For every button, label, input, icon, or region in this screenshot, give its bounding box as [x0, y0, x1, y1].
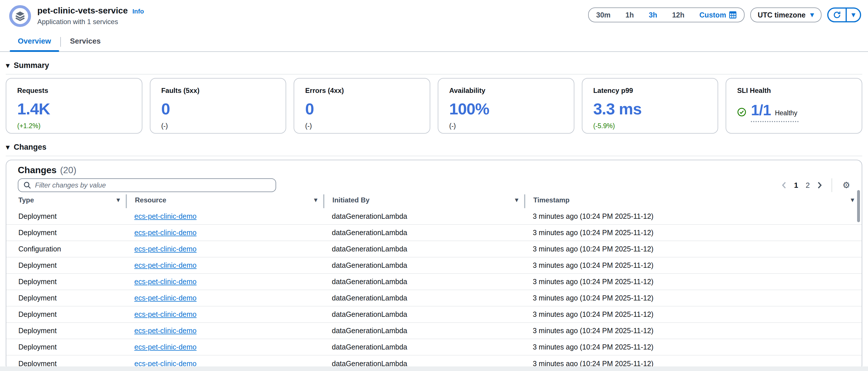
- next-page-button[interactable]: [817, 181, 823, 189]
- column-header-type: Type ▼: [6, 194, 126, 208]
- table-row: Deployment ecs-pet-clinic-demo dataGener…: [6, 323, 862, 339]
- cell-resource: ecs-pet-clinic-demo: [126, 290, 324, 306]
- tab-overview[interactable]: Overview: [10, 32, 59, 51]
- tab-bar: Overview Services: [0, 32, 868, 52]
- header-controls: 30m 1h 3h 12h Custom UTC timezone ▼: [588, 5, 861, 22]
- chevron-down-icon: ▼: [810, 12, 814, 18]
- cell-resource: ecs-pet-clinic-demo: [126, 257, 324, 273]
- table-row: Configuration ecs-pet-clinic-demo dataGe…: [6, 241, 862, 257]
- changes-table-card: Changes (20) 1 2: [6, 160, 862, 371]
- bottom-strip: [0, 366, 868, 371]
- table-row: Deployment ecs-pet-clinic-demo dataGener…: [6, 290, 862, 306]
- cell-initiated-by: dataGenerationLambda: [324, 208, 525, 225]
- cell-type: Deployment: [6, 290, 126, 306]
- chevron-down-icon: ▼: [851, 12, 856, 18]
- resource-link[interactable]: ecs-pet-clinic-demo: [134, 229, 197, 237]
- metric-change: (-): [305, 122, 419, 130]
- changes-table: Type ▼ Resource ▼ Initiated By ▼: [6, 194, 862, 371]
- sli-health-status: Healthy: [775, 109, 797, 117]
- metric-card-latency: Latency p99 3.3 ms (-5.9%): [582, 78, 718, 134]
- changes-section-title: Changes: [14, 143, 46, 152]
- metric-change: (-5.9%): [593, 122, 707, 130]
- cell-timestamp: 3 minutes ago (10:24 PM 2025-11-12): [525, 225, 862, 241]
- changes-table-title: Changes: [18, 165, 57, 175]
- refresh-split-button: ▼: [827, 7, 861, 22]
- cell-type: Deployment: [6, 323, 126, 339]
- resource-link[interactable]: ecs-pet-clinic-demo: [134, 310, 197, 318]
- metric-value: 1.4K: [17, 100, 131, 118]
- summary-section-header[interactable]: ▼ Summary: [6, 61, 862, 70]
- sli-health-popover-trigger[interactable]: 1/1 Healthy: [751, 102, 798, 122]
- cell-type: Deployment: [6, 208, 126, 225]
- changes-count-badge: (20): [60, 165, 76, 175]
- filter-icon[interactable]: ▼: [851, 198, 854, 202]
- resource-link[interactable]: ecs-pet-clinic-demo: [134, 261, 197, 269]
- chevron-left-icon: [781, 181, 786, 189]
- title-block: pet-clinic-vets-service Info Application…: [37, 5, 144, 26]
- cell-timestamp: 3 minutes ago (10:24 PM 2025-11-12): [525, 257, 862, 273]
- column-header-resource: Resource ▼: [126, 194, 324, 208]
- time-range-segmented-control: 30m 1h 3h 12h Custom: [588, 7, 745, 22]
- calendar-grid-icon: [729, 11, 737, 19]
- timezone-dropdown[interactable]: UTC timezone ▼: [750, 7, 822, 22]
- changes-section-header[interactable]: ▼ Changes: [6, 143, 862, 152]
- resource-link[interactable]: ecs-pet-clinic-demo: [134, 212, 197, 220]
- cell-timestamp: 3 minutes ago (10:24 PM 2025-11-12): [525, 290, 862, 306]
- filter-changes-input[interactable]: [35, 181, 270, 189]
- resource-link[interactable]: ecs-pet-clinic-demo: [134, 277, 197, 285]
- tab-separator: [60, 37, 61, 47]
- resource-link[interactable]: ecs-pet-clinic-demo: [134, 327, 197, 335]
- collapse-caret-icon[interactable]: ▼: [6, 145, 10, 150]
- refresh-options-button[interactable]: ▼: [847, 9, 860, 21]
- divider: [832, 178, 832, 192]
- time-range-custom[interactable]: Custom: [692, 8, 744, 22]
- vertical-scrollbar-thumb[interactable]: [857, 190, 860, 222]
- cell-timestamp: 3 minutes ago (10:24 PM 2025-11-12): [525, 208, 862, 225]
- cell-initiated-by: dataGenerationLambda: [324, 339, 525, 355]
- refresh-icon: [833, 11, 841, 19]
- collapse-caret-icon[interactable]: ▼: [6, 63, 10, 68]
- time-range-3h-selected[interactable]: 3h: [641, 8, 664, 22]
- previous-page-button[interactable]: [781, 181, 786, 189]
- cell-initiated-by: dataGenerationLambda: [324, 290, 525, 306]
- info-link[interactable]: Info: [132, 8, 144, 15]
- resource-link[interactable]: ecs-pet-clinic-demo: [134, 343, 197, 351]
- metric-value: 100%: [449, 100, 563, 118]
- cell-initiated-by: dataGenerationLambda: [324, 306, 525, 323]
- time-range-12h[interactable]: 12h: [664, 8, 692, 22]
- metric-label: Faults (5xx): [161, 87, 275, 95]
- metric-label: Latency p99: [593, 87, 707, 95]
- cell-initiated-by: dataGenerationLambda: [324, 257, 525, 273]
- cell-resource: ecs-pet-clinic-demo: [126, 306, 324, 323]
- filter-icon[interactable]: ▼: [117, 198, 120, 202]
- search-icon: [24, 181, 31, 189]
- column-header-initiated-by: Initiated By ▼: [324, 194, 525, 208]
- filter-input-container: [18, 178, 276, 192]
- filter-icon[interactable]: ▼: [314, 198, 317, 202]
- cell-resource: ecs-pet-clinic-demo: [126, 323, 324, 339]
- tab-services[interactable]: Services: [62, 32, 109, 51]
- table-row: Deployment ecs-pet-clinic-demo dataGener…: [6, 339, 862, 355]
- cell-resource: ecs-pet-clinic-demo: [126, 208, 324, 225]
- page-number-2[interactable]: 2: [806, 181, 810, 190]
- metric-label: Errors (4xx): [305, 87, 419, 95]
- cell-timestamp: 3 minutes ago (10:24 PM 2025-11-12): [525, 273, 862, 290]
- cell-initiated-by: dataGenerationLambda: [324, 241, 525, 257]
- resource-link[interactable]: ecs-pet-clinic-demo: [134, 245, 197, 253]
- refresh-button[interactable]: [828, 9, 847, 21]
- filter-icon[interactable]: ▼: [515, 198, 518, 202]
- page-number-1[interactable]: 1: [794, 181, 798, 190]
- cell-initiated-by: dataGenerationLambda: [324, 225, 525, 241]
- time-range-30m[interactable]: 30m: [589, 8, 618, 22]
- resource-link[interactable]: ecs-pet-clinic-demo: [134, 294, 197, 302]
- metric-label: SLI Health: [737, 87, 851, 95]
- cell-type: Deployment: [6, 257, 126, 273]
- metric-change: (-): [449, 122, 563, 130]
- table-preferences-gear-icon[interactable]: ⚙: [842, 181, 850, 190]
- time-range-1h[interactable]: 1h: [618, 8, 641, 22]
- metric-change: (+1.2%): [17, 122, 131, 130]
- cell-initiated-by: dataGenerationLambda: [324, 273, 525, 290]
- table-row: Deployment ecs-pet-clinic-demo dataGener…: [6, 208, 862, 225]
- metric-value: 3.3 ms: [593, 100, 707, 118]
- application-icon: [9, 5, 31, 27]
